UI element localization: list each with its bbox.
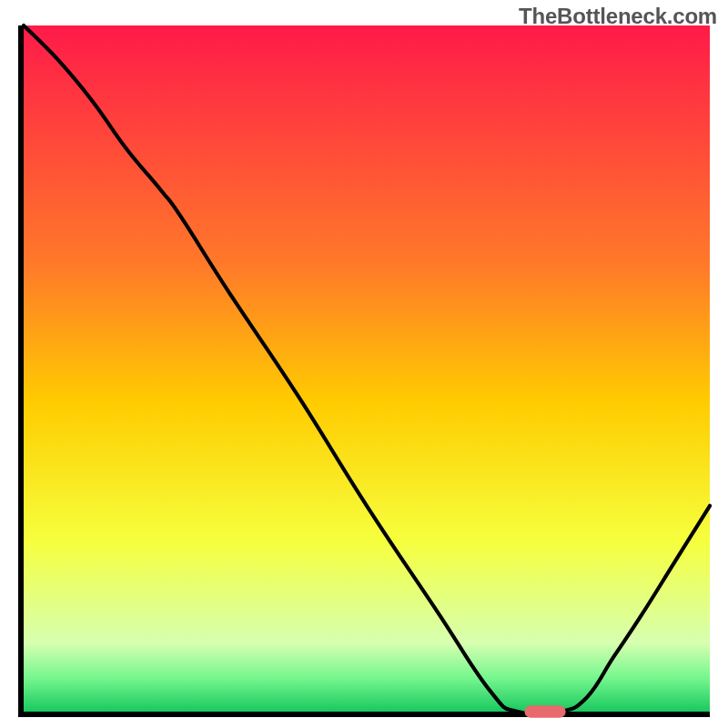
- optimal-marker: [524, 705, 565, 718]
- chart-root: { "watermark": "TheBottleneck.com", "cha…: [0, 0, 728, 728]
- plot-area: [18, 25, 710, 717]
- bottleneck-curve: [24, 25, 710, 712]
